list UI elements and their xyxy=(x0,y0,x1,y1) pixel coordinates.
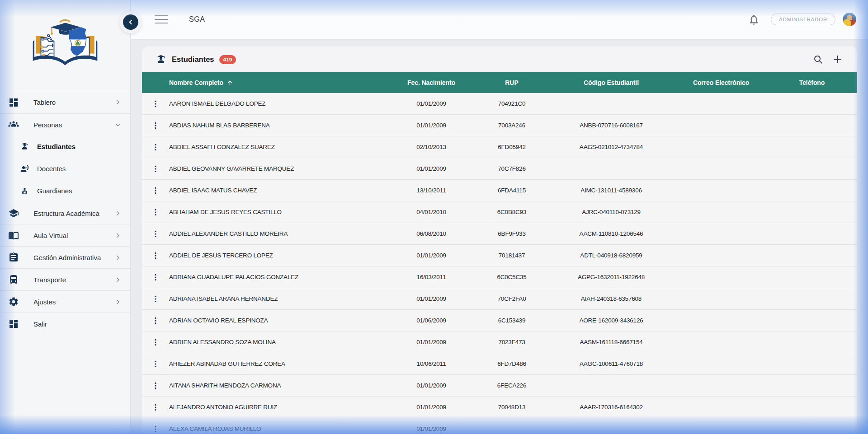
student-code-cell: AORE-162009-3436126 xyxy=(547,317,675,324)
table-row[interactable]: ADRIANA ISABEL ARANA HERNANDEZ01/01/2009… xyxy=(142,288,857,310)
sidebar-item-transporte[interactable]: Transporte xyxy=(0,268,130,290)
student-name-cell: ABDIEL ASSAFH GONZALEZ SUAREZ xyxy=(169,144,386,150)
student-name-cell: ADRIEN ALESSANDRO SOZA MOLINA xyxy=(169,339,386,345)
birthdate-cell: 01/01/2009 xyxy=(386,100,476,107)
birthdate-cell: 13/10/2011 xyxy=(386,187,476,194)
table-row[interactable]: ABHAHAM DE JESUS REYES CASTILLO04/01/201… xyxy=(142,201,857,223)
row-menu-kebab-icon[interactable] xyxy=(151,207,160,217)
page-title: Estudiantes xyxy=(172,55,214,64)
row-menu-kebab-icon[interactable] xyxy=(151,99,160,109)
user-avatar[interactable] xyxy=(843,13,856,26)
student-code-cell: AAGS-021012-4734784 xyxy=(547,144,675,150)
row-menu-kebab-icon[interactable] xyxy=(151,294,160,304)
student-name-cell: AITANA SHARITH MENDOZA CARMONA xyxy=(169,382,386,389)
table-row[interactable]: AARON ISMAEL DELGADO LOPEZ01/01/20097049… xyxy=(142,93,857,115)
sidebar-item-label: Estructura Académica xyxy=(33,210,99,217)
row-menu-kebab-icon[interactable] xyxy=(151,402,160,412)
sidebar-item-label: Ajustes xyxy=(33,298,56,306)
row-menu-kebab-icon[interactable] xyxy=(151,424,160,434)
dashboard-icon xyxy=(8,97,19,108)
sidebar-item-estructura-academica[interactable]: Estructura Académica xyxy=(0,202,130,224)
rup-cell: 70181437 xyxy=(476,252,547,259)
sidebar-item-label: Salir xyxy=(33,320,47,328)
row-menu-kebab-icon[interactable] xyxy=(151,272,160,282)
table-row[interactable]: ALEJANDRO ANTONIO AGUIRRE RUIZ01/01/2009… xyxy=(142,397,857,418)
birthdate-cell: 01/01/2009 xyxy=(386,252,476,259)
row-menu-kebab-icon[interactable] xyxy=(151,381,160,391)
student-name-cell: ABDIEL GEOVANNY GAVARRETE MARQUEZ xyxy=(169,165,386,172)
student-name-cell: ADRIAN OCTAVIO REAL ESPINOZA xyxy=(169,317,386,324)
rup-cell: 6C153439 xyxy=(476,317,547,324)
chevron-right-icon xyxy=(114,299,121,305)
sidebar-item-label: Docentes xyxy=(37,165,66,173)
column-header-correo-electronico[interactable]: Correo Electrónico xyxy=(675,79,767,86)
table-row[interactable]: ABDIEL ASSAFH GONZALEZ SUAREZ02/10/20136… xyxy=(142,136,857,158)
table-row[interactable]: ABDIAS NAHUM BLAS BARBERENA01/01/2009700… xyxy=(142,115,857,136)
table-row[interactable]: ADRIEN ALESSANDRO SOZA MOLINA01/01/20097… xyxy=(142,331,857,353)
students-table-body: AARON ISMAEL DELGADO LOPEZ01/01/20097049… xyxy=(142,93,857,434)
sidebar-item-personas[interactable]: Personas xyxy=(0,113,130,135)
column-header-label: Código Estudiantil xyxy=(584,79,639,86)
student-code-cell: AGPG-1632011-1922648 xyxy=(547,274,675,280)
row-menu-kebab-icon[interactable] xyxy=(151,142,160,152)
sidebar-item-salir[interactable]: Salir xyxy=(0,313,130,335)
sidebar-item-docentes[interactable]: Docentes xyxy=(0,158,130,180)
row-menu-kebab-icon[interactable] xyxy=(151,121,160,131)
row-menu-kebab-icon[interactable] xyxy=(151,186,160,196)
topbar: SGA ADMINISTRADOR xyxy=(131,0,868,39)
sidebar-item-aula-virtual[interactable]: Aula Virtual xyxy=(0,224,130,246)
sidebar-item-ajustes[interactable]: Ajustes xyxy=(0,290,130,313)
student-name-cell: ADDIEL DE JESUS TERCERO LOPEZ xyxy=(169,252,386,259)
birthdate-cell: 01/01/2009 xyxy=(386,122,476,129)
column-header-nombre-completo[interactable]: Nombre Completo xyxy=(169,79,386,86)
table-row[interactable]: ADRIAN OCTAVIO REAL ESPINOZA01/06/20096C… xyxy=(142,310,857,331)
table-row[interactable]: AITANA SHARITH MENDOZA CARMONA01/01/2009… xyxy=(142,375,857,397)
row-menu-kebab-icon[interactable] xyxy=(151,337,160,347)
row-menu-kebab-icon[interactable] xyxy=(151,251,160,261)
column-header-label: Correo Electrónico xyxy=(693,79,749,86)
table-row[interactable]: ABDIEL GEOVANNY GAVARRETE MARQUEZ01/01/2… xyxy=(142,158,857,180)
gear-icon xyxy=(8,296,19,307)
column-header-telefono[interactable]: Teléfono xyxy=(767,79,857,86)
row-menu-kebab-icon[interactable] xyxy=(151,359,160,369)
guardian-icon xyxy=(20,187,29,195)
column-header-label: Teléfono xyxy=(799,79,825,86)
row-menu-kebab-icon[interactable] xyxy=(151,229,160,239)
column-header-rup[interactable]: RUP xyxy=(476,79,547,86)
sidebar-item-label: Transporte xyxy=(33,276,66,284)
student-name-cell: ABDIAS NAHUM BLAS BARBERENA xyxy=(169,122,386,129)
role-badge[interactable]: ADMINISTRADOR xyxy=(771,14,835,25)
menu-toggle-button[interactable] xyxy=(155,15,168,23)
rup-cell: 6C0C5C35 xyxy=(476,274,547,280)
student-code-cell: AAGC-100611-4760718 xyxy=(547,360,675,367)
sidebar: TableroPersonasEstudiantesDocentesGuardi… xyxy=(0,0,131,434)
table-row[interactable]: ADRIANA GUADALUPE PALACIOS GONZALEZ16/03… xyxy=(142,266,857,288)
notifications-bell-icon[interactable] xyxy=(748,14,760,26)
sidebar-item-guardianes[interactable]: Guardianes xyxy=(0,180,130,202)
column-header-codigo-estudiantil[interactable]: Código Estudiantil xyxy=(547,79,675,86)
birthdate-cell: 01/01/2009 xyxy=(386,295,476,302)
search-icon[interactable] xyxy=(813,54,823,65)
chevron-right-icon xyxy=(114,99,121,106)
rup-cell: 6FD7D486 xyxy=(476,360,547,367)
table-row[interactable]: ADDIEL ALEXANDER CASTILLO MOREIRA06/08/2… xyxy=(142,223,857,245)
sidebar-collapse-button[interactable] xyxy=(119,11,142,33)
sidebar-item-tablero[interactable]: Tablero xyxy=(0,91,130,113)
row-menu-kebab-icon[interactable] xyxy=(151,164,160,174)
column-header-label: Nombre Completo xyxy=(169,79,223,86)
birthdate-cell: 06/08/2010 xyxy=(386,230,476,237)
sidebar-nav: TableroPersonasEstudiantesDocentesGuardi… xyxy=(0,91,130,335)
table-row[interactable]: AHIEZER ABINADAB GUTIERREZ COREA10/06/20… xyxy=(142,353,857,375)
row-menu-kebab-icon[interactable] xyxy=(151,316,160,326)
students-toolbar: Estudiantes 419 xyxy=(142,47,857,72)
table-row[interactable]: ALEXA CAMILA ROJAS MURILLO01/01/2009 xyxy=(142,418,857,434)
table-row[interactable]: ADDIEL DE JESUS TERCERO LOPEZ01/01/20097… xyxy=(142,245,857,266)
rup-cell: 7003A246 xyxy=(476,122,547,129)
add-icon[interactable] xyxy=(832,54,843,65)
sidebar-item-label: Estudiantes xyxy=(37,143,75,150)
sidebar-item-gestion-administrativa[interactable]: Gestión Administrativa xyxy=(0,246,130,268)
sidebar-item-estudiantes[interactable]: Estudiantes xyxy=(0,135,130,158)
column-header-fec.-nacimiento[interactable]: Fec. Nacimiento xyxy=(386,79,476,86)
table-row[interactable]: ABDIEL ISAAC MATUS CHAVEZ13/10/20116FDA4… xyxy=(142,180,857,201)
app-logo xyxy=(0,0,130,91)
